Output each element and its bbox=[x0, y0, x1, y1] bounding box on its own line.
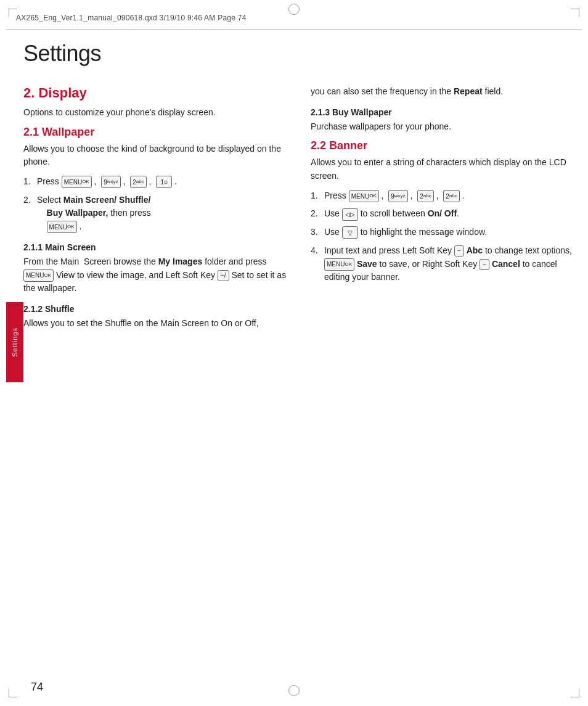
key-9wxyz-r1: 9wxyz bbox=[388, 190, 407, 202]
section-2-1-1-title: 2.1.1 Main Screen bbox=[23, 242, 288, 252]
key-lr-arrow: ◁▷ bbox=[342, 208, 358, 221]
step-2-2-3: 3. Use ▽ to highlight the message window… bbox=[311, 226, 576, 239]
step-content: Press MENUOK , 9wxyz , 2abc , 2abc . bbox=[324, 189, 576, 203]
page-number: 74 bbox=[31, 681, 43, 694]
section-2-1-body: Allows you to choose the kind of backgro… bbox=[23, 142, 288, 169]
step-num: 2. bbox=[311, 207, 322, 221]
step-content: Press MENUOK , 9wxyz , 2abc , 1⊡ . bbox=[37, 175, 288, 189]
section-2-1-3-title: 2.1.3 Buy Wallpaper bbox=[311, 107, 576, 117]
page-title: Settings bbox=[23, 41, 576, 67]
key-menu-ok-r2: MENUOK bbox=[324, 258, 354, 271]
header-bar: AX265_Eng_Ver1.1_manual_090618.qxd 3/19/… bbox=[6, 6, 582, 30]
key-1: 1⊡ bbox=[156, 176, 172, 188]
left-column: 2. Display Options to customize your pho… bbox=[23, 85, 288, 669]
content-area: Settings 2. Display Options to customize… bbox=[23, 30, 576, 669]
key-2abc: 2abc bbox=[130, 176, 146, 188]
step-num: 2. bbox=[23, 194, 35, 207]
step-2-2-4: 4. Input text and press Left Soft Key − … bbox=[311, 244, 576, 284]
section-2-1-1-body: From the Main Screen browse the My Image… bbox=[23, 255, 288, 295]
corner-bl bbox=[9, 689, 17, 697]
key-2abc-r2: 2abc bbox=[443, 190, 459, 202]
step-2-1-2: 2. Select Main Screen/ Shuffle/ Buy Wall… bbox=[23, 194, 288, 234]
key-menu-ok-r1: MENUOK bbox=[349, 190, 379, 202]
header-text: AX265_Eng_Ver1.1_manual_090618.qxd 3/19/… bbox=[16, 14, 247, 22]
key-9wxyz: 9wxyz bbox=[101, 176, 120, 188]
step-num: 3. bbox=[311, 226, 322, 239]
key-menu-ok-3: MENUOK bbox=[23, 269, 54, 282]
step-2-2-1: 1. Press MENUOK , 9wxyz , 2abc , 2abc . bbox=[311, 189, 576, 203]
corner-br bbox=[571, 689, 579, 697]
step-content: Select Main Screen/ Shuffle/ Buy Wallpap… bbox=[37, 194, 288, 234]
key-down-arrow: ▽ bbox=[342, 226, 358, 239]
section-2-1-2-body: Allows you to set the Shuffle on the Mai… bbox=[23, 317, 288, 330]
step-content: Input text and press Left Soft Key − Abc… bbox=[324, 244, 576, 284]
right-column: you can also set the frequency in the Re… bbox=[311, 85, 576, 669]
step-content: Use ◁▷ to scroll between On/ Off. bbox=[324, 207, 576, 221]
key-soft-left-abc: − bbox=[454, 245, 464, 257]
key-menu-ok-2: MENUOK bbox=[47, 221, 77, 233]
section-2-2-body: Allows you to enter a string of characte… bbox=[311, 156, 576, 183]
right-intro: you can also set the frequency in the Re… bbox=[311, 85, 576, 99]
key-2abc-r1: 2abc bbox=[417, 190, 433, 202]
key-menu-ok: MENUOK bbox=[62, 176, 92, 188]
section-2-display-title: 2. Display bbox=[23, 85, 288, 101]
step-2-2-2: 2. Use ◁▷ to scroll between On/ Off. bbox=[311, 207, 576, 221]
section-2-2-title: 2.2 Banner bbox=[311, 139, 576, 152]
key-soft-right-cancel: − bbox=[480, 259, 489, 270]
step-2-1-1: 1. Press MENUOK , 9wxyz , 2abc , 1⊡ . bbox=[23, 175, 288, 189]
step-num: 4. bbox=[311, 244, 322, 258]
section-2-1-2-title: 2.1.2 Shuffle bbox=[23, 304, 288, 314]
key-soft-set: −/ bbox=[218, 270, 229, 281]
step-content: Use ▽ to highlight the message window. bbox=[324, 226, 576, 239]
section-2-1-title: 2.1 Wallpaper bbox=[23, 126, 288, 139]
two-column-layout: 2. Display Options to customize your pho… bbox=[23, 85, 576, 669]
side-tab: Settings bbox=[6, 302, 23, 382]
section-2-1-3-body: Purchase wallpapers for your phone. bbox=[311, 120, 576, 134]
bottom-registration-mark bbox=[288, 685, 300, 696]
step-num: 1. bbox=[23, 175, 35, 189]
section-2-display-intro: Options to customize your phone's displa… bbox=[23, 106, 288, 120]
step-num: 1. bbox=[311, 189, 322, 203]
side-tab-label: Settings bbox=[11, 327, 18, 357]
